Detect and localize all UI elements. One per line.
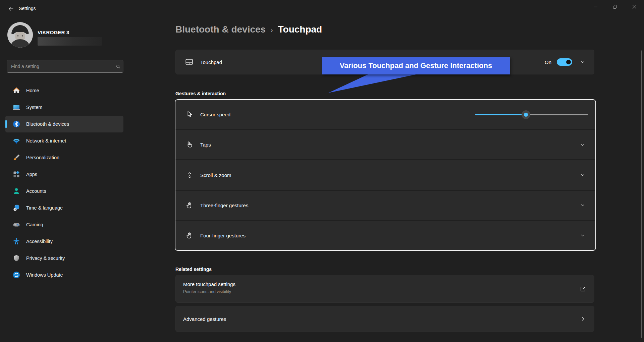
page-title: Touchpad [278,24,322,35]
sidebar-item-time-language[interactable]: Time & language [5,199,123,216]
window-title: Settings [19,6,36,11]
breadcrumb-separator-icon: › [271,26,273,34]
avatar[interactable] [7,22,33,48]
hand-icon [185,201,194,210]
sidebar-item-label: Privacy & security [26,255,65,261]
window-controls [586,0,644,13]
search-box [7,60,123,73]
slider-fill [475,114,526,115]
search-icon [113,64,123,69]
sidebar-item-accessibility[interactable]: Accessibility [5,233,123,250]
avatar-photo [7,22,33,48]
close-icon [633,5,636,9]
cursor-speed-slider[interactable] [475,110,588,119]
selected-indicator [5,120,7,128]
chevron-down-icon[interactable] [579,172,586,178]
row-label: Cursor speed [200,112,230,117]
row-label: Taps [200,142,211,148]
annotation-callout: Various Touchpad and Gesture Interaction… [322,57,510,74]
windows-update-icon [12,271,20,279]
chevron-down-icon[interactable] [579,59,586,65]
link-subtitle: Pointer icons and visibility [183,289,231,294]
breadcrumb: Bluetooth & devices › Touchpad [175,24,322,35]
privacy-security-icon [12,254,20,263]
sidebar-item-apps[interactable]: Apps [5,166,123,183]
hand-icon [185,231,194,240]
restore-button[interactable] [605,0,625,13]
row-label: Three-finger gestures [200,203,248,208]
cursor-speed-row[interactable]: Cursor speed [175,100,595,129]
accessibility-icon [12,237,20,246]
personalization-icon [12,154,20,162]
slider-thumb-dot [524,113,528,117]
sidebar-item-system[interactable]: System [5,99,123,116]
network-icon [12,137,20,145]
sidebar-item-network-internet[interactable]: Network & internet [5,132,123,149]
chevron-down-icon[interactable] [579,202,586,209]
user-name: VIKROGER 3 [38,30,69,35]
three-finger-gestures-expander-row[interactable]: Three-finger gestures [175,191,595,220]
touchpad-icon [185,58,194,66]
section-title-related: Related settings [175,267,212,272]
bluetooth-icon [12,120,20,128]
sidebar-item-gaming[interactable]: Gaming [5,216,123,233]
link-title: More touchpad settings [183,281,235,287]
restore-icon [613,5,617,9]
touchpad-card-label: Touchpad [200,59,222,65]
sidebar-item-home[interactable]: Home [5,82,123,99]
four-finger-gestures-expander-row[interactable]: Four-finger gestures [175,221,595,250]
scrollbar-thumb[interactable] [641,50,642,338]
back-button[interactable] [5,3,17,14]
scroll-zoom-expander-row[interactable]: Scroll & zoom [175,160,595,189]
sidebar-item-label: System [26,105,42,110]
link-title: Advanced gestures [183,316,226,322]
touchpad-toggle[interactable] [557,58,572,66]
sidebar-item-label: Accounts [26,188,46,194]
sidebar-item-label: Accessibility [26,239,53,244]
gestures-group-highlighted: Cursor speed Taps Scroll & zoom Three-fi… [175,99,596,251]
search-input[interactable] [7,64,113,69]
annotation-callout-tail [322,74,423,94]
breadcrumb-parent[interactable]: Bluetooth & devices [175,24,266,35]
home-icon [12,87,20,95]
taps-expander-row[interactable]: Taps [175,130,595,159]
chevron-down-icon[interactable] [579,232,586,239]
sidebar-item-label: Apps [26,172,37,177]
back-arrow-icon [8,6,14,12]
external-link-icon [579,285,587,293]
sidebar-item-windows-update[interactable]: Windows Update [5,267,123,283]
sidebar-item-label: Personalization [26,155,59,160]
account-placeholder-bar [38,37,102,46]
time-language-icon [12,204,20,212]
sidebar-item-personalization[interactable]: Personalization [5,149,123,166]
toggle-knob [566,60,571,64]
settings-window: Settings VIKROGER 3 [0,0,644,342]
row-label: Four-finger gestures [200,233,246,238]
sidebar-item-bluetooth-devices[interactable]: Bluetooth & devices [5,116,123,132]
accounts-icon [12,187,20,195]
sidebar-item-accounts[interactable]: Accounts [5,183,123,199]
sidebar-nav: Home System Bluetooth & devices Network … [5,82,123,283]
toggle-state-label: On [545,59,551,65]
sidebar-item-label: Time & language [26,205,63,211]
sidebar-item-label: Gaming [26,222,43,227]
cursor-icon [185,110,194,119]
sidebar-item-privacy-security[interactable]: Privacy & security [5,250,123,267]
more-touchpad-settings-link-card[interactable]: More touchpad settings Pointer icons and… [175,275,594,303]
slider-thumb[interactable] [522,110,530,119]
close-button[interactable] [625,0,644,13]
advanced-gestures-nav-card[interactable]: Advanced gestures [175,306,594,332]
system-icon [12,103,20,112]
sidebar-item-label: Home [26,88,39,93]
tap-hand-icon [185,140,194,149]
row-label: Scroll & zoom [200,172,231,178]
touchpad-card-controls: On [545,58,586,66]
chevron-right-icon [579,315,587,323]
gaming-icon [12,221,20,229]
scroll-icon [185,171,194,179]
chevron-down-icon[interactable] [579,141,586,148]
annotation-text: Various Touchpad and Gesture Interaction… [340,61,492,70]
sidebar-item-label: Bluetooth & devices [26,121,69,127]
sidebar-item-label: Windows Update [26,272,63,278]
minimize-button[interactable] [586,0,605,13]
